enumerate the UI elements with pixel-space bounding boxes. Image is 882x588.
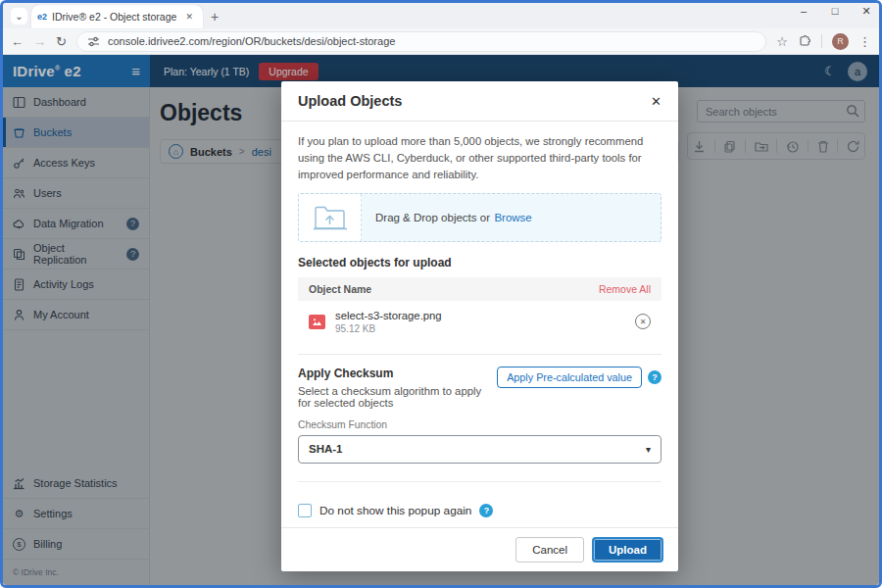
dont-show-label: Do not show this popup again bbox=[319, 504, 471, 517]
tab-close-icon[interactable]: ✕ bbox=[181, 10, 197, 24]
remove-file-icon[interactable]: ✕ bbox=[635, 314, 651, 329]
checksum-function-label: Checksum Function bbox=[298, 419, 662, 430]
tab-title: IDrive® e2 - Object storage bbox=[52, 11, 176, 23]
site-settings-icon[interactable] bbox=[87, 35, 100, 48]
close-window-button[interactable]: ✕ bbox=[859, 5, 873, 18]
file-table-header: Object Name Remove All bbox=[298, 277, 662, 301]
tab-search-button[interactable]: ⌄ bbox=[11, 8, 27, 24]
browser-window: ⌄ e2 IDrive® e2 - Object storage ✕ + – □… bbox=[0, 0, 882, 588]
browse-link[interactable]: Browse bbox=[494, 212, 531, 223]
window-controls: – □ ✕ bbox=[797, 5, 873, 18]
apply-pre-calculated-button[interactable]: Apply Pre-calculated value bbox=[497, 367, 642, 388]
dont-show-row: Do not show this popup again ? bbox=[298, 504, 662, 517]
maximize-button[interactable]: □ bbox=[828, 5, 842, 18]
help-icon[interactable]: ? bbox=[648, 370, 662, 384]
site-favicon: e2 bbox=[37, 12, 47, 22]
checksum-subtext: Select a checksum algorithm to apply for… bbox=[298, 385, 497, 409]
cancel-button[interactable]: Cancel bbox=[515, 537, 584, 563]
folder-upload-icon bbox=[313, 203, 348, 232]
reload-button[interactable]: ↻ bbox=[56, 34, 67, 49]
checksum-function-select[interactable]: SHA-1 ▾ bbox=[298, 435, 662, 464]
object-name-column-header: Object Name bbox=[309, 283, 371, 295]
new-tab-button[interactable]: + bbox=[211, 9, 219, 24]
browser-toolbar: ← → ↻ console.idrivee2.com/region/OR/buc… bbox=[3, 28, 879, 55]
divider bbox=[298, 481, 662, 482]
apply-checksum-heading: Apply Checksum bbox=[298, 367, 497, 380]
dropzone[interactable]: Drag & Drop objects or Browse bbox=[298, 193, 662, 242]
toolbar-divider bbox=[821, 34, 822, 48]
tab-strip: ⌄ e2 IDrive® e2 - Object storage ✕ + – □… bbox=[3, 3, 879, 28]
modal-header: Upload Objects ✕ bbox=[281, 81, 678, 122]
chrome-actions: ☆ R ⋮ bbox=[776, 33, 871, 50]
minimize-button[interactable]: – bbox=[797, 5, 810, 18]
upload-objects-modal: Upload Objects ✕ If you plan to upload m… bbox=[281, 81, 678, 571]
extensions-icon[interactable] bbox=[798, 34, 811, 48]
modal-body: If you plan to upload more than 5,000 ob… bbox=[281, 122, 678, 527]
divider bbox=[298, 354, 662, 355]
selected-objects-heading: Selected objects for upload bbox=[298, 256, 662, 270]
remove-all-link[interactable]: Remove All bbox=[599, 283, 651, 295]
file-row: select-s3-storage.png 95.12 KB ✕ bbox=[298, 301, 662, 346]
browser-profile-avatar[interactable]: R bbox=[832, 33, 849, 50]
file-meta: select-s3-storage.png 95.12 KB bbox=[335, 310, 635, 334]
dropzone-icon-box bbox=[299, 194, 362, 241]
bookmark-star-icon[interactable]: ☆ bbox=[776, 34, 788, 49]
selected-checksum-value: SHA-1 bbox=[309, 443, 343, 455]
address-bar[interactable]: console.idrivee2.com/region/OR/buckets/d… bbox=[76, 31, 766, 52]
help-icon[interactable]: ? bbox=[479, 504, 493, 517]
pre-calc-wrap: Apply Pre-calculated value ? bbox=[497, 367, 662, 388]
browser-tab[interactable]: e2 IDrive® e2 - Object storage ✕ bbox=[31, 5, 203, 28]
image-file-icon bbox=[309, 315, 325, 329]
idrive-console: IDrive® e2 ≡ Plan: Yearly (1 TB) Upgrade… bbox=[3, 55, 879, 585]
close-icon[interactable]: ✕ bbox=[651, 94, 662, 109]
dont-show-checkbox[interactable] bbox=[298, 504, 312, 517]
chevron-down-icon: ⌄ bbox=[15, 11, 23, 22]
modal-title: Upload Objects bbox=[298, 93, 402, 109]
browser-menu-icon[interactable]: ⋮ bbox=[858, 34, 871, 49]
upload-info-text: If you plan to upload more than 5,000 ob… bbox=[298, 133, 662, 183]
modal-footer: Cancel Upload bbox=[281, 527, 678, 571]
dropzone-text: Drag & Drop objects or bbox=[375, 212, 490, 223]
upload-button[interactable]: Upload bbox=[592, 537, 663, 563]
caret-down-icon: ▾ bbox=[646, 444, 651, 455]
url-text: console.idrivee2.com/region/OR/buckets/d… bbox=[108, 35, 395, 47]
back-button[interactable]: ← bbox=[11, 34, 24, 49]
file-name: select-s3-storage.png bbox=[335, 310, 635, 321]
checksum-section: Apply Checksum Select a checksum algorit… bbox=[298, 367, 662, 409]
file-size: 95.12 KB bbox=[335, 323, 635, 334]
forward-button[interactable]: → bbox=[33, 34, 46, 49]
